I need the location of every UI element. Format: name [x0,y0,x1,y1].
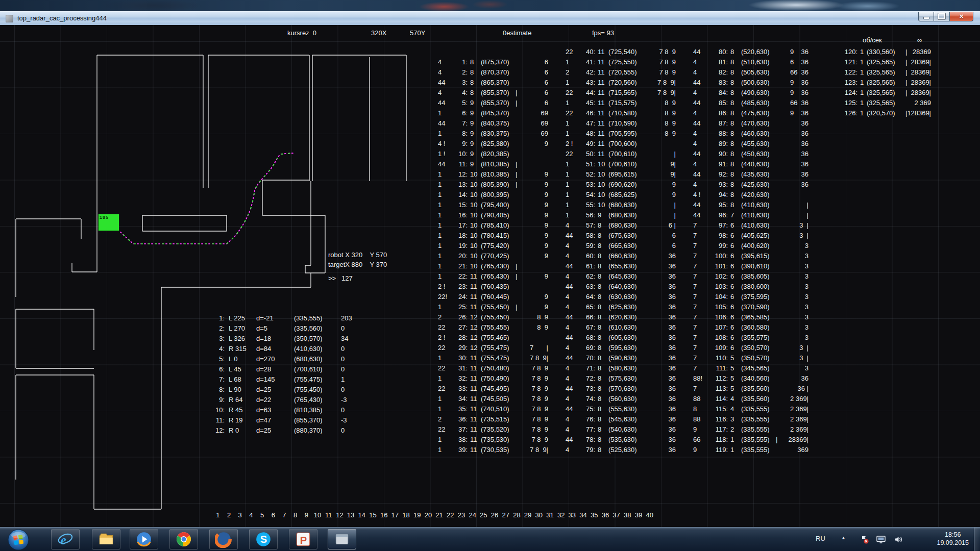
robot-position-readout: robot X 320 Y 570 [328,251,387,259]
waypoint-row: 41:8(875,370)6 [438,57,548,67]
waypoint-row: 115:10(795,400)9 [438,200,548,210]
step-number: 33 [567,511,578,519]
waypoint-column-4: 9120:1(330,560)|283696121:1(325,565)|283… [790,47,931,118]
waypoint-row: 798:6(405,625)3 | [693,231,808,241]
step-number: 40 [644,511,655,519]
waypoint-row: 9120:1(330,560)|28369 [790,47,931,57]
step-number: 35 [589,511,600,519]
speaker-icon[interactable] [893,535,903,546]
waypoint-row: 143:11(720,560)7 8 9| [566,78,676,88]
waypoint-row: 488:8(460,630)36 [693,129,808,139]
step-number: 19 [411,511,423,519]
waypoint-row: 66125:1(325,565)2 369 [790,98,931,108]
waypoint-row: 469:8(595,630)36 [566,343,676,353]
waypoint-row: 457:8(680,630)6 | [566,220,676,231]
display-tray-icon[interactable] [876,535,887,546]
waypoint-row: 476:8(545,630)36 [566,414,676,424]
waypoint-row: 141:11(725,550)7 8 9 [566,57,676,67]
waypoint-row: 445:9(855,370)|6 [438,98,548,108]
waypoint-row: 799:6(400,620)3 [693,241,808,251]
waypoint-column-2: 2240:11(725,540)7 8 9141:11(725,550)7 8 … [566,47,676,455]
command-row: 11:R 19d=47(855,370)-3 [212,415,352,425]
waypoint-row: 117:10(785,410)9 [438,220,548,231]
waypoint-row: 2240:11(725,540)7 8 9 [566,47,676,57]
waypoint-row: 7108:6(355,575)3 [693,333,808,343]
waypoint-row: 130:11(755,475)7 8 9| [438,353,548,363]
minimize-button[interactable] [918,12,934,21]
taskbar-item-internet-explorer[interactable]: e [51,529,80,549]
robot-marker: 185 [99,214,119,231]
taskbar-item-active-window[interactable] [328,529,356,549]
waypoint-row: 120:10(770,425)9 [438,251,548,261]
step-number: 28 [511,511,523,519]
waypoint-row: 118:10(780,415)9 [438,231,548,241]
command-row: 4:R 315d=84(410,630)0 [212,344,352,354]
taskbar-item-chrome[interactable] [169,529,198,549]
taskbar-item-media-player[interactable] [130,529,158,549]
waypoint-row: 122:11(765,430)|9 [438,271,548,282]
waypoint-row: 7103:6(380,600)3 [693,282,808,292]
taskbar-item-powerpoint[interactable]: P [289,529,317,549]
action-center-flag-icon[interactable] [860,535,869,546]
waypoint-row: 156:9(680,630)| [566,210,676,220]
waypoint-row: 7100:6(395,615)3 [693,251,808,261]
step-number: 24 [467,511,478,519]
language-indicator[interactable]: RU [816,535,825,542]
taskbar-item-folder[interactable] [92,529,120,549]
waypoint-row: 479:8(525,630)36 [566,445,676,455]
waypoint-row: 66118:1(335,555)|28369| [693,435,808,445]
taskbar-item-skype[interactable]: S [249,529,278,549]
command-row: 9:R 64d=22(765,430)-3 [212,395,352,405]
command-row: 5:L 0d=270(680,630)0 [212,354,352,364]
tray-expand-icon[interactable]: ▲ [841,535,846,540]
command-row: 8:L 90d=25(755,450)0 [212,385,352,395]
waypoint-row: 7101:6(390,610)3 [693,261,808,271]
step-number: 3 [234,511,246,519]
command-list: 1:L 225d=-21(335,555)2032:L 270d=5(335,5… [212,313,352,436]
window-title: top_radar_cac_processing444 [17,14,107,22]
waypoint-row: 472:8(575,630)36 [566,373,676,384]
waypoint-row: 467:8(610,630)36 [566,322,676,333]
step-number: 11 [323,511,334,519]
waypoint-row: 489:8(455,630)36 [693,139,808,149]
waypoint-row: 4478:8(535,630)36 [566,435,676,445]
start-button[interactable] [7,529,30,551]
waypoint-row: 88114:4(335,560)2 369| [693,394,808,404]
command-row: 12:R 0d=25(880,370)0 [212,425,352,436]
waypoint-row: 125:11(755,450)|9 [438,302,548,312]
window-titlebar[interactable]: top_radar_cac_processing444 × [0,11,980,25]
waypoint-row: 493:8(425,630)36 [693,180,808,190]
maximize-button[interactable] [934,12,949,21]
waypoint-row: 7102:6(385,605)3 [693,271,808,282]
counter-readout: >> 127 [328,274,353,282]
waypoint-row: 1 !10:9(820,385) [438,149,548,159]
waypoint-row: 9124:1(325,565)|28369| [790,88,931,98]
waypoint-row: 4473:8(570,630)36 [566,384,676,394]
waypoint-row: 152:10(695,615)9| [566,169,676,180]
step-number: 2 [224,511,235,519]
waypoint-row: 4461:8(655,630)36 [566,261,676,271]
waypoint-row: 7109:6(350,570)3 | [693,343,808,353]
waypoint-row: 4466:8(620,630)36 [566,312,676,322]
svg-text:S: S [260,534,267,545]
waypoint-row: 236:11(735,515)7 8 9 [438,414,548,424]
waypoint-row: 145:11(715,575)8 9 [566,98,676,108]
planned-path-magenta [120,153,294,244]
step-number: 29 [522,511,533,519]
step-number: 22 [445,511,456,519]
waypoint-row: 460:8(660,630)36 [566,251,676,261]
step-number: 15 [368,511,379,519]
internet-explorer-icon: e [57,531,74,548]
step-number: 17 [389,511,401,519]
taskbar-item-firefox[interactable] [209,529,238,549]
rps-header-infinity: ∞ [917,36,922,44]
waypoint-row: 4475:8(555,630)36 [566,404,676,414]
waypoint-row: 88!112:5(340,560)36 [693,373,808,384]
close-button[interactable]: × [949,12,973,21]
status-y: 570Y [410,29,425,37]
step-number: 1 [212,511,224,519]
taskbar-clock[interactable]: 18:56 19.09.2015 [937,531,969,547]
planned-path-green [120,153,294,244]
show-desktop-button[interactable] [974,528,980,551]
waypoint-row: 44:8(855,370)|6 [438,88,548,98]
